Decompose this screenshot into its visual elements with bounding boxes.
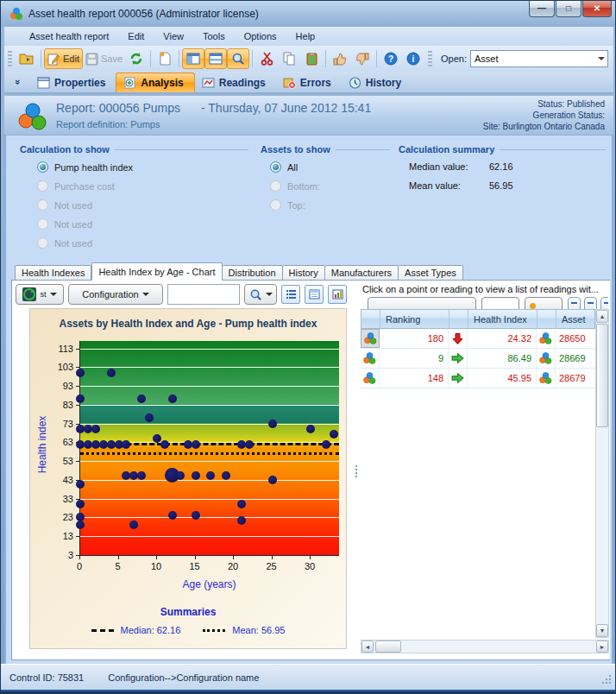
scrollbar-thumb[interactable] <box>596 324 608 427</box>
data-point[interactable] <box>137 471 146 480</box>
data-point[interactable] <box>268 476 277 484</box>
table-row[interactable]: 18024.3228650 <box>361 329 595 349</box>
radio-assets-2[interactable]: Top: <box>270 199 320 211</box>
clipped-field[interactable] <box>481 297 519 309</box>
refresh-button[interactable] <box>125 48 148 69</box>
reject-button[interactable] <box>351 48 374 69</box>
view-details-button[interactable] <box>305 285 324 304</box>
minimize-button[interactable]: — <box>529 1 555 17</box>
data-point[interactable] <box>137 394 146 403</box>
data-point[interactable] <box>206 471 215 480</box>
chart-search-button[interactable] <box>244 284 277 305</box>
hscrollbar-thumb[interactable] <box>375 640 401 653</box>
radio-calculation-1[interactable]: Purchase cost <box>37 180 133 192</box>
resize-grip[interactable] <box>601 674 612 685</box>
data-point[interactable] <box>237 516 246 525</box>
tab-health-index-by-age-chart[interactable]: Health Index by Age - Chart <box>91 262 222 281</box>
data-point[interactable] <box>237 500 246 508</box>
radio-button[interactable] <box>37 218 48 230</box>
radio-button[interactable] <box>37 180 48 192</box>
save-button[interactable]: Save <box>83 48 125 69</box>
data-point[interactable] <box>160 440 169 449</box>
data-point[interactable] <box>192 511 200 520</box>
menu-help[interactable]: Help <box>286 28 325 44</box>
radio-calculation-3[interactable]: Not used <box>37 218 133 230</box>
data-point[interactable] <box>245 440 254 449</box>
tab-history[interactable]: History <box>342 73 412 92</box>
menu-options[interactable]: Options <box>235 28 286 44</box>
radio-assets-1[interactable]: Bottom: <box>270 180 320 192</box>
column-ranking[interactable]: Ranking <box>380 310 449 328</box>
data-point[interactable] <box>168 394 177 403</box>
approve-button[interactable] <box>329 48 351 69</box>
data-point[interactable] <box>222 471 230 480</box>
data-point[interactable] <box>192 440 200 449</box>
data-point[interactable] <box>129 520 138 529</box>
vertical-scrollbar[interactable]: ▲ ▼ <box>595 309 609 638</box>
configuration-dropdown[interactable]: Configuration <box>68 284 163 305</box>
scroll-left-icon[interactable]: ◄ <box>361 640 374 653</box>
new-page-button[interactable] <box>154 48 176 69</box>
data-point[interactable] <box>107 369 116 377</box>
tab-errors[interactable]: Errors <box>276 73 342 92</box>
paste-button[interactable] <box>300 48 323 69</box>
clipped-dropdown[interactable] <box>368 297 476 309</box>
chart-type-dropdown[interactable]: st <box>16 284 64 305</box>
edit-button[interactable]: Edit <box>44 48 83 69</box>
scroll-down-icon[interactable]: ▼ <box>596 624 608 637</box>
data-point[interactable] <box>322 440 330 449</box>
tab-health-indexes[interactable]: Health Indexes <box>15 265 91 281</box>
data-point[interactable] <box>76 480 85 489</box>
radio-button[interactable] <box>37 199 48 211</box>
info-button[interactable]: i <box>402 48 424 69</box>
data-point[interactable] <box>330 430 338 438</box>
split-horizontal-button[interactable] <box>204 48 227 69</box>
data-point[interactable] <box>176 471 185 480</box>
tab-history[interactable]: History <box>283 265 325 281</box>
menu-view[interactable]: View <box>154 28 193 44</box>
tab-manufacturers[interactable]: Manufacturers <box>325 265 399 281</box>
open-combobox[interactable]: Asset <box>470 50 608 67</box>
chart-plot-area[interactable] <box>79 341 339 556</box>
collapse-chevron-icon[interactable]: » <box>9 73 27 91</box>
tab-asset-types[interactable]: Asset Types <box>399 265 463 281</box>
clipped-icon-button-3[interactable] <box>600 297 608 309</box>
tab-analysis[interactable]: Analysis <box>116 73 194 92</box>
data-point[interactable] <box>76 500 85 508</box>
clipped-button[interactable] <box>525 297 563 309</box>
cut-button[interactable] <box>255 48 278 69</box>
radio-calculation-4[interactable]: Not used <box>37 237 133 249</box>
zoom-button[interactable] <box>227 48 249 69</box>
split-vertical-button[interactable] <box>182 48 204 69</box>
radio-button[interactable] <box>37 161 48 173</box>
copy-button[interactable] <box>278 48 300 69</box>
tab-properties[interactable]: Properties <box>30 73 116 92</box>
view-chart-button[interactable] <box>328 285 347 304</box>
data-point[interactable] <box>76 520 85 529</box>
clipped-icon-button[interactable] <box>568 297 581 309</box>
tab-readings[interactable]: Readings <box>195 73 276 92</box>
scroll-up-icon[interactable]: ▲ <box>596 310 608 323</box>
chart-search-input[interactable] <box>167 284 240 305</box>
radio-button[interactable] <box>270 199 281 211</box>
data-point[interactable] <box>306 425 315 433</box>
data-point[interactable] <box>192 471 200 480</box>
maximize-button[interactable]: □ <box>556 1 581 17</box>
radio-calculation-0[interactable]: Pump health index <box>37 161 133 173</box>
open-folder-button[interactable] <box>16 48 38 69</box>
tab-distribution[interactable]: Distribution <box>223 265 283 281</box>
data-point[interactable] <box>91 425 100 433</box>
column-health-index[interactable]: Health Index <box>468 310 537 328</box>
table-row[interactable]: 986.4928669 <box>361 349 595 369</box>
data-point[interactable] <box>76 394 85 403</box>
data-point[interactable] <box>168 511 177 520</box>
horizontal-scrollbar[interactable]: ◄ ► <box>361 640 609 653</box>
data-point[interactable] <box>76 369 85 377</box>
column-asset[interactable]: Asset <box>556 310 594 328</box>
scroll-right-icon[interactable]: ► <box>596 640 608 653</box>
help-button[interactable]: ? <box>380 48 402 69</box>
menu-tools[interactable]: Tools <box>193 28 235 44</box>
data-point[interactable] <box>145 413 154 422</box>
menu-asset-health-report[interactable]: Asset health report <box>20 28 118 44</box>
data-point[interactable] <box>122 440 130 449</box>
